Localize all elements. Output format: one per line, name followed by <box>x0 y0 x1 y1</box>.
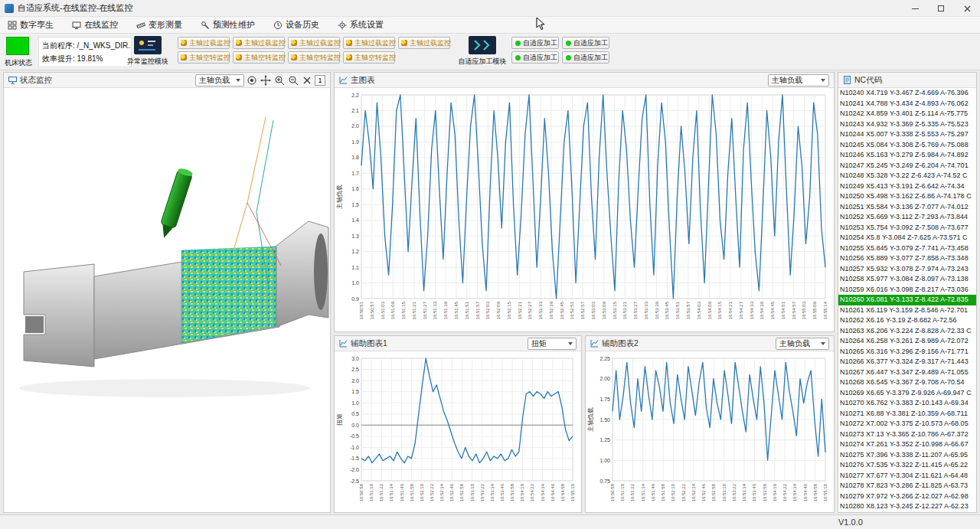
nc-line[interactable]: N10280 X8.123 Y-3.245 Z-12.227 A-62.23 <box>838 501 976 512</box>
adaptive-module[interactable]: 自适应加工模块 <box>456 36 508 67</box>
nc-line[interactable]: N10244 X5.007 Y-3.338 Z-5.553 A-75.297 <box>838 129 976 140</box>
colormap-select[interactable]: 主轴负载 <box>195 74 244 87</box>
nc-line[interactable]: N10263 X6.206 Y-3.224 Z-8.828 A-72.33 C <box>838 326 976 337</box>
svg-text:0.0: 0.0 <box>351 423 359 428</box>
nc-line[interactable]: N10259 X6.016 Y-3.098 Z-8.217 A-73.036 <box>838 285 976 296</box>
zoom-in-button[interactable] <box>273 74 286 87</box>
nc-line[interactable]: N10256 X5.889 Y-3.077 Z-7.858 A-73.348 <box>838 253 976 264</box>
nc-line[interactable]: N10247 X5.245 Y-3.249 Z-6.204 A-74.701 <box>838 161 976 171</box>
spindle-idle-monitor-button[interactable]: 主轴空转监控 <box>233 51 285 64</box>
nc-line[interactable]: N10250 X5.498 Y-3.162 Z-6.86 A-74.178 C <box>838 191 976 202</box>
svg-text:16:54:57: 16:54:57 <box>792 301 796 319</box>
menu-item-deformation-measure[interactable]: 变形测量 <box>135 18 184 32</box>
minimize-icon <box>912 8 919 9</box>
nc-line[interactable]: N10245 X5.084 Y-3.308 Z-5.769 A-75.088 <box>838 140 976 151</box>
nc-line[interactable]: N10261 X6.119 Y-3.159 Z-8.546 A-72.701 <box>838 305 976 316</box>
zoom-out-button[interactable] <box>287 74 299 87</box>
nc-line[interactable]: N10270 X6.762 Y-3.383 Z-10.143 A-69.34 <box>838 398 976 409</box>
menu-item-system-settings[interactable]: 系统设置 <box>336 18 385 32</box>
nc-line[interactable]: N10268 X6.545 Y-3.367 Z-9.708 A-70.54 <box>838 377 976 388</box>
aux-chart2-header: 辅助图表2 主轴负载 <box>586 336 834 351</box>
select-value: 主轴负载 <box>772 75 802 86</box>
svg-text:16:50:57: 16:50:57 <box>370 301 374 319</box>
adaptive-machining-button[interactable]: 自适应加工 <box>562 51 609 64</box>
nc-line[interactable]: N10269 X6.65 Y-3.379 Z-9.926 A-69.947 C <box>838 388 976 399</box>
nc-line[interactable]: N10243 X4.932 Y-3.369 Z-5.335 A-75.523 <box>838 119 976 130</box>
nc-line[interactable]: N10274 X7.261 Y-3.352 Z-10.998 A-66.67 <box>838 439 976 450</box>
nc-line[interactable]: N10260 X6.081 Y-3.133 Z-8.422 A-72.835 <box>838 295 976 305</box>
svg-text:1.5: 1.5 <box>351 389 359 394</box>
svg-text:1.0: 1.0 <box>351 400 359 406</box>
nc-line[interactable]: N10277 X7.677 Y-3.304 Z-11.621 A-64.48 <box>838 471 976 482</box>
nc-line[interactable]: N10257 X5.932 Y-3.078 Z-7.974 A-73.243 <box>838 264 976 275</box>
nc-line[interactable]: N10242 X4.859 Y-3.401 Z-5.114 A-75.775 <box>838 109 976 119</box>
nc-line[interactable]: N10252 X5.669 Y-3.112 Z-7.293 A-73.844 <box>838 212 976 223</box>
menu-item-equipment-history[interactable]: 设备历史 <box>272 18 321 32</box>
menu-item-predictive-maintenance[interactable]: 预测性维护 <box>199 18 256 32</box>
nc-line[interactable]: N10266 X6.377 Y-3.324 Z-9.317 A-71.443 <box>838 357 976 367</box>
nc-line[interactable]: N10267 X6.447 Y-3.347 Z-9.489 A-71.055 <box>838 367 976 378</box>
adaptive-machining-button[interactable]: 自适应加工 <box>511 51 559 64</box>
status-monitor-panel: 状态监控 主轴负载 <box>3 72 331 513</box>
nc-line[interactable]: N10273 X7.13 Y-3.365 Z-10.786 A-67.372 <box>838 429 976 440</box>
svg-text:扭矩: 扭矩 <box>336 413 343 426</box>
nc-line[interactable]: N10258 X5.977 Y-3.084 Z-8.097 A-73.138 <box>838 274 976 285</box>
nc-line[interactable]: N10240 X4.719 Y-3.467 Z-4.669 A-76.396 <box>838 88 976 99</box>
nc-line[interactable]: N10265 X6.316 Y-3.296 Z-9.156 A-71.771 <box>838 347 976 358</box>
spindle-idle-monitor-button[interactable]: 主轴空转监控 <box>178 51 230 64</box>
nc-code-list[interactable]: N10240 X4.719 Y-3.467 Z-4.669 A-76.396N1… <box>838 88 976 512</box>
svg-text:16:53:03: 16:53:03 <box>591 301 596 319</box>
aux-chart1-signal-select[interactable]: 扭矩 <box>528 338 577 350</box>
menu-item-online-monitoring[interactable]: 在线监控 <box>70 18 119 32</box>
window-title: 自适应系统-在线监控-在线监控 <box>18 2 132 14</box>
spindle-idle-monitor-button[interactable]: 主轴空转监控 <box>288 51 340 64</box>
panel-title: NC代码 <box>854 75 882 86</box>
svg-text:1.1: 1.1 <box>351 265 359 270</box>
nc-line[interactable]: N10278 X7.823 Y-3.286 Z-11.825 A-63.73 <box>838 481 976 491</box>
nc-line[interactable]: N10249 X5.413 Y-3.191 Z-6.642 A-74.34 <box>838 181 976 192</box>
anomaly-module[interactable]: 异常监控模块 <box>122 36 173 67</box>
spindle-overload-monitor-button[interactable]: 主轴过载监控 <box>178 37 230 49</box>
nc-line[interactable]: N10248 X5.328 Y-3.22 Z-6.423 A-74.52 C <box>838 171 976 181</box>
nc-line[interactable]: N10255 X5.845 Y-3.079 Z-7.741 A-73.458 <box>838 243 976 254</box>
nc-line[interactable]: N10253 X5.754 Y-3.092 Z-7.508 A-73.677 <box>838 223 976 233</box>
nc-line[interactable]: N10264 X6.258 Y-3.261 Z-8.989 A-72.072 <box>838 336 976 347</box>
chevron-down-icon <box>236 79 240 82</box>
nc-line[interactable]: N10251 X5.584 Y-3.136 Z-7.077 A-74.012 <box>838 202 976 213</box>
nc-line[interactable]: N10279 X7.972 Y-3.266 Z-12.027 A-62.98 <box>838 491 976 502</box>
adaptive-machining-button[interactable]: 自适应加工 <box>562 37 609 49</box>
aux-chart2-signal-select[interactable]: 主轴负载 <box>776 338 829 350</box>
svg-text:16:53:21: 16:53:21 <box>622 301 627 319</box>
svg-text:16:54:10: 16:54:10 <box>773 483 777 501</box>
minimize-button[interactable] <box>902 0 928 17</box>
nc-line[interactable]: N10276 X7.535 Y-3.322 Z-11.415 A-65.22 <box>838 460 976 471</box>
spindle-overload-monitor-button[interactable]: 主轴过载监控 <box>343 37 395 49</box>
maximize-icon <box>938 5 944 11</box>
reset-view-button[interactable] <box>301 74 313 87</box>
maximize-button[interactable] <box>928 0 954 17</box>
spindle-overload-monitor-button[interactable]: 主轴过载监控 <box>398 37 450 49</box>
nc-line[interactable]: N10271 X6.88 Y-3.381 Z-10.359 A-68.711 <box>838 409 976 420</box>
adaptive-machining-button[interactable]: 自适应加工 <box>511 37 559 49</box>
nc-line[interactable]: N10275 X7.396 Y-3.338 Z-11.207 A-65.95 <box>838 450 976 461</box>
nc-line[interactable]: N10254 X5.8 Y-3.084 Z-7.625 A-73.571 C <box>838 233 976 243</box>
svg-text:2.25: 2.25 <box>599 356 610 361</box>
nc-line[interactable]: N10262 X6.16 Y-3.19 Z-8.682 A-72.56 <box>838 315 976 326</box>
svg-text:1.3: 1.3 <box>351 233 359 239</box>
spindle-overload-monitor-button[interactable]: 主轴过载监控 <box>288 37 340 49</box>
svg-text:16:52:46: 16:52:46 <box>449 483 454 501</box>
svg-text:16:54:46: 16:54:46 <box>803 483 808 501</box>
nc-line[interactable]: N10272 X7.002 Y-3.375 Z-10.573 A-68.05 <box>838 419 976 429</box>
record-view-button[interactable] <box>246 74 258 87</box>
pan-view-button[interactable] <box>260 74 272 87</box>
close-button[interactable] <box>954 0 980 17</box>
scale-input[interactable] <box>315 75 325 86</box>
main-chart-signal-select[interactable]: 主轴负载 <box>768 74 829 87</box>
menu-item-digital-twin[interactable]: 数字孪生 <box>6 18 55 32</box>
spindle-idle-monitor-button[interactable]: 主轴空转监控 <box>343 51 395 64</box>
nc-line[interactable]: N10241 X4.788 Y-3.434 Z-4.893 A-76.062 <box>838 99 976 109</box>
spindle-overload-monitor-button[interactable]: 主轴过载监控 <box>233 37 285 49</box>
svg-text:16:51:57: 16:51:57 <box>475 301 480 319</box>
3d-viewport[interactable] <box>4 88 330 512</box>
nc-line[interactable]: N10246 X5.163 Y-3.279 Z-5.984 A-74.892 <box>838 150 976 161</box>
